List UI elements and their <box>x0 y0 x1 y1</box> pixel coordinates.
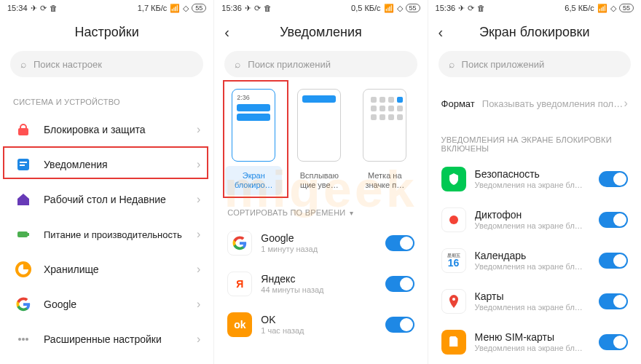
signal-icon: 📶 <box>384 4 394 13</box>
section-lockscreen-on: УВЕДОМЛЕНИЯ НА ЭКРАНЕ БЛОКИРОВКИ ВКЛЮЧЕН… <box>428 122 641 159</box>
storage-icon <box>13 259 34 280</box>
battery-icon: 55 <box>406 4 420 12</box>
row-label: Уведомления <box>44 159 197 170</box>
svg-point-9 <box>18 338 21 341</box>
search-input[interactable]: ⌕ Поиск настроек <box>10 51 203 77</box>
toggle-switch[interactable] <box>599 171 628 187</box>
svg-rect-6 <box>17 232 28 237</box>
search-placeholder: Поиск приложений <box>248 59 331 70</box>
app-name: Диктофон <box>475 209 599 221</box>
row-label: Google <box>44 298 197 310</box>
send-icon: ✈ <box>245 4 251 13</box>
lock-icon <box>13 119 34 140</box>
sim-icon <box>441 330 466 355</box>
app-row-yandex[interactable]: Я Яндекс44 минуты назад <box>214 264 427 304</box>
mode-popup[interactable]: Всплываю щие уве… <box>290 89 348 195</box>
app-sub: 1 час назад <box>261 326 385 336</box>
page-title: Экран блокировки <box>453 25 616 40</box>
status-time: 15:34 <box>7 4 28 12</box>
google-icon <box>227 231 252 256</box>
row-google[interactable]: Google › <box>0 287 213 322</box>
phone-preview-icon <box>297 89 341 162</box>
row-storage[interactable]: Хранилище › <box>0 252 213 287</box>
search-input[interactable]: ⌕ Поиск приложений <box>439 51 631 77</box>
app-sub: Уведомления на экране бл… <box>475 221 599 231</box>
toggle-switch[interactable] <box>599 212 628 228</box>
trash-icon: 🗑 <box>477 4 485 12</box>
wifi-icon: ◇ <box>183 4 189 13</box>
phone-preview-icon <box>363 89 406 162</box>
app-name: Яндекс <box>261 273 385 285</box>
battery-icon: 55 <box>192 4 206 12</box>
chevron-right-icon: › <box>197 333 200 346</box>
phone-preview-icon: 2:36 <box>232 89 275 162</box>
section-special: ОСОБЫЕ ВОЗМОЖНОСТИ <box>0 357 213 364</box>
app-row-maps[interactable]: КартыУведомления на экране бл… <box>428 281 641 322</box>
sort-header[interactable]: СОРТИРОВАТЬ ПО ВРЕМЕНИ ▾ <box>214 195 427 223</box>
app-name: Карты <box>475 290 599 303</box>
toggle-switch[interactable] <box>599 334 628 350</box>
toggle-switch[interactable] <box>385 276 414 292</box>
maps-icon <box>441 289 466 314</box>
chevron-right-icon: › <box>197 228 200 241</box>
google-icon <box>13 294 34 314</box>
toggle-switch[interactable] <box>599 293 628 309</box>
row-label: Блокировка и защита <box>44 124 197 135</box>
toggle-switch[interactable] <box>385 317 414 333</box>
notification-modes: 2:36 Экран блокиро… Всплываю щие уве… Ме… <box>214 84 427 195</box>
mode-badge[interactable]: Метка на значке п… <box>355 89 414 195</box>
app-row-security[interactable]: БезопасностьУведомления на экране бл… <box>428 159 641 199</box>
row-notifications[interactable]: Уведомления › <box>0 147 213 182</box>
svg-point-11 <box>25 338 28 341</box>
trash-icon: 🗑 <box>264 4 272 12</box>
mode-lockscreen[interactable]: 2:36 Экран блокиро… <box>224 89 283 195</box>
screen-settings: 15:34 ✈ ⟳ 🗑 1,7 КБ/с 📶 ◇ 55 Настройки ⌕ … <box>0 0 213 364</box>
back-button[interactable]: ‹ <box>439 24 453 41</box>
svg-rect-3 <box>20 162 27 163</box>
app-row-calendar[interactable]: 星期五 16 КалендарьУведомления на экране бл… <box>428 240 641 281</box>
svg-rect-7 <box>28 233 29 236</box>
signal-icon: 📶 <box>597 4 607 13</box>
page-title: Уведомления <box>239 25 402 40</box>
row-label: Питание и производительность <box>44 229 197 240</box>
shield-icon <box>441 167 466 191</box>
search-placeholder: Поиск настроек <box>34 59 102 70</box>
search-input[interactable]: ⌕ Поиск приложений <box>224 51 417 77</box>
back-button[interactable]: ‹ <box>224 24 239 41</box>
chevron-right-icon: › <box>197 263 200 276</box>
wifi-icon: ◇ <box>610 4 616 13</box>
app-sub: Уведомления на экране бл… <box>475 262 599 272</box>
chevron-right-icon: › <box>197 193 200 206</box>
titlebar: Настройки <box>0 16 213 48</box>
page-title: Настройки <box>25 25 189 40</box>
row-battery-perf[interactable]: Питание и производительность › <box>0 217 213 252</box>
battery-icon <box>13 224 34 245</box>
row-advanced[interactable]: Расширенные настройки › <box>0 322 213 357</box>
row-lock-protect[interactable]: Блокировка и защита › <box>0 112 213 147</box>
status-bar: 15:36 ✈ ⟳ 🗑 0,5 КБ/с 📶 ◇ 55 <box>214 0 427 16</box>
format-row[interactable]: Формат Показывать уведомления полностью … <box>428 84 641 122</box>
battery-icon: 55 <box>619 4 634 12</box>
row-label: Рабочий стол и Недавние <box>44 194 197 205</box>
notification-icon <box>13 154 34 175</box>
format-key: Формат <box>441 98 475 109</box>
app-name: Безопасность <box>475 168 599 181</box>
toggle-switch[interactable] <box>599 253 628 269</box>
app-name: Google <box>261 232 385 245</box>
app-row-recorder[interactable]: ДиктофонУведомления на экране бл… <box>428 199 641 240</box>
calendar-icon: 星期五 16 <box>441 248 466 273</box>
app-row-google[interactable]: Google1 минуту назад <box>214 223 427 264</box>
status-time: 15:36 <box>221 4 242 12</box>
titlebar: ‹ Уведомления <box>214 16 427 48</box>
dots-icon <box>13 329 34 349</box>
app-sub: 1 минуту назад <box>261 245 385 254</box>
toggle-switch[interactable] <box>385 235 414 251</box>
mode-label: Экран блокиро… <box>225 166 282 195</box>
format-value: Показывать уведомления полностью <box>482 98 624 109</box>
app-row-sim[interactable]: Меню SIM-картыУведомления на экране бл… <box>428 322 641 363</box>
search-icon: ⌕ <box>235 58 240 70</box>
row-home-recents[interactable]: Рабочий стол и Недавние › <box>0 182 213 217</box>
app-row-ok[interactable]: ok OK1 час назад <box>214 304 427 345</box>
search-icon: ⌕ <box>20 58 26 70</box>
wifi-icon: ◇ <box>397 4 403 13</box>
